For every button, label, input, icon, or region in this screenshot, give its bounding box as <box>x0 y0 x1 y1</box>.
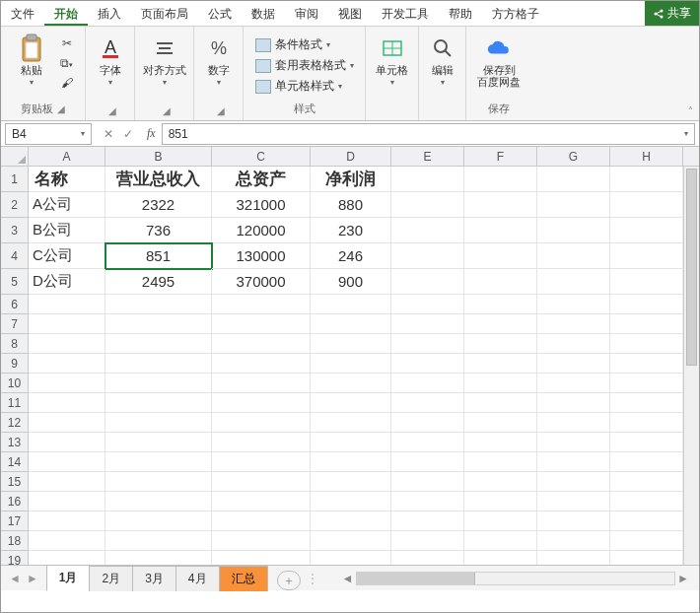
row-header[interactable]: 8 <box>1 334 28 354</box>
cell[interactable] <box>29 354 105 374</box>
cell[interactable] <box>212 511 311 531</box>
cell[interactable]: 2495 <box>105 269 212 295</box>
cell[interactable] <box>311 531 391 551</box>
cell[interactable] <box>537 374 610 393</box>
row-header[interactable]: 4 <box>1 243 28 269</box>
scroll-thumb[interactable] <box>357 573 475 584</box>
cell[interactable] <box>610 243 683 269</box>
cell[interactable] <box>212 354 311 374</box>
cell[interactable] <box>537 511 610 531</box>
cell[interactable] <box>464 374 537 393</box>
cell[interactable] <box>537 295 610 314</box>
cell[interactable] <box>391 192 464 218</box>
cell[interactable] <box>391 511 464 531</box>
col-header[interactable]: A <box>29 147 105 166</box>
menu-help[interactable]: 帮助 <box>439 1 482 26</box>
cell[interactable] <box>610 192 683 218</box>
cell[interactable] <box>29 433 105 452</box>
row-header[interactable]: 7 <box>1 314 28 334</box>
cell[interactable] <box>391 269 464 295</box>
table-format-button[interactable]: 套用表格格式 ▾ <box>255 57 354 74</box>
cell[interactable] <box>537 472 610 492</box>
cell[interactable] <box>29 314 105 334</box>
cell[interactable]: 880 <box>311 192 391 218</box>
cell[interactable] <box>311 511 391 531</box>
cell[interactable] <box>610 551 683 565</box>
menu-devtools[interactable]: 开发工具 <box>372 1 439 26</box>
col-header[interactable]: D <box>311 147 391 166</box>
cell[interactable]: D公司 <box>29 269 105 295</box>
cell[interactable] <box>212 492 311 511</box>
row-header[interactable]: 12 <box>1 413 28 433</box>
cell[interactable] <box>311 374 391 393</box>
cell[interactable] <box>464 167 537 192</box>
cell[interactable] <box>212 551 311 565</box>
scroll-thumb[interactable] <box>686 169 697 366</box>
cell[interactable] <box>29 511 105 531</box>
cell[interactable]: B公司 <box>29 218 105 243</box>
cell[interactable] <box>391 314 464 334</box>
cell[interactable] <box>537 192 610 218</box>
cell[interactable] <box>610 269 683 295</box>
row-header[interactable]: 3 <box>1 218 28 243</box>
cell[interactable] <box>391 295 464 314</box>
cell[interactable] <box>610 492 683 511</box>
cell[interactable] <box>311 433 391 452</box>
row-header[interactable]: 5 <box>1 269 28 295</box>
cell[interactable] <box>105 413 212 433</box>
cell[interactable] <box>105 354 212 374</box>
col-header[interactable]: H <box>610 147 683 166</box>
new-sheet-button[interactable]: ＋ <box>277 571 301 590</box>
cell[interactable] <box>537 334 610 354</box>
cell[interactable] <box>29 452 105 472</box>
cell[interactable] <box>537 393 610 413</box>
row-header[interactable]: 1 <box>1 167 28 192</box>
cell[interactable] <box>391 492 464 511</box>
cells-area[interactable]: 名称 营业总收入 总资产 净利润 A公司 2322 321000 880 B公司… <box>29 167 699 565</box>
cell[interactable] <box>105 492 212 511</box>
cell-active[interactable]: 851 <box>105 243 212 269</box>
cell[interactable] <box>311 334 391 354</box>
cell[interactable] <box>610 531 683 551</box>
sheet-tab[interactable]: 1月 <box>46 565 91 591</box>
cell[interactable] <box>311 354 391 374</box>
menu-review[interactable]: 审阅 <box>285 1 328 26</box>
vertical-scrollbar[interactable] <box>683 167 699 565</box>
col-header[interactable]: E <box>391 147 464 166</box>
sheet-next-icon[interactable]: ► <box>27 572 38 585</box>
sheet-tab[interactable]: 2月 <box>89 566 133 591</box>
cancel-icon[interactable]: ✕ <box>104 127 113 141</box>
cell[interactable] <box>29 492 105 511</box>
scroll-track[interactable] <box>356 572 675 585</box>
cell[interactable] <box>610 393 683 413</box>
cell-style-button[interactable]: 单元格样式 ▾ <box>255 78 354 95</box>
cell[interactable] <box>537 243 610 269</box>
cell[interactable] <box>105 472 212 492</box>
cell[interactable] <box>212 452 311 472</box>
cell[interactable]: 名称 <box>29 167 105 192</box>
confirm-icon[interactable]: ✓ <box>123 127 133 141</box>
dialog-launcher-icon[interactable]: ◢ <box>217 105 225 116</box>
cell[interactable] <box>105 452 212 472</box>
row-header[interactable]: 13 <box>1 433 28 452</box>
format-painter-button[interactable]: 🖌 <box>57 74 77 92</box>
cell[interactable] <box>537 452 610 472</box>
scroll-left-icon[interactable]: ◄ <box>340 572 356 585</box>
cell[interactable] <box>610 218 683 243</box>
cell[interactable]: 370000 <box>212 269 311 295</box>
cut-button[interactable]: ✂ <box>57 34 77 52</box>
cell[interactable] <box>610 472 683 492</box>
cell[interactable] <box>212 472 311 492</box>
cell[interactable] <box>105 374 212 393</box>
number-button[interactable]: % 数字 ▾ <box>197 31 241 87</box>
cell[interactable] <box>212 413 311 433</box>
cell[interactable] <box>212 334 311 354</box>
cell[interactable] <box>105 393 212 413</box>
expand-formula-icon[interactable]: ▾ <box>684 129 688 138</box>
cell[interactable] <box>391 393 464 413</box>
conditional-format-button[interactable]: 条件格式 ▾ <box>255 36 354 53</box>
menu-insert[interactable]: 插入 <box>88 1 131 26</box>
cell[interactable]: 736 <box>105 218 212 243</box>
name-box[interactable]: B4 ▾ <box>5 123 92 145</box>
dialog-launcher-icon[interactable]: ◢ <box>163 105 171 116</box>
